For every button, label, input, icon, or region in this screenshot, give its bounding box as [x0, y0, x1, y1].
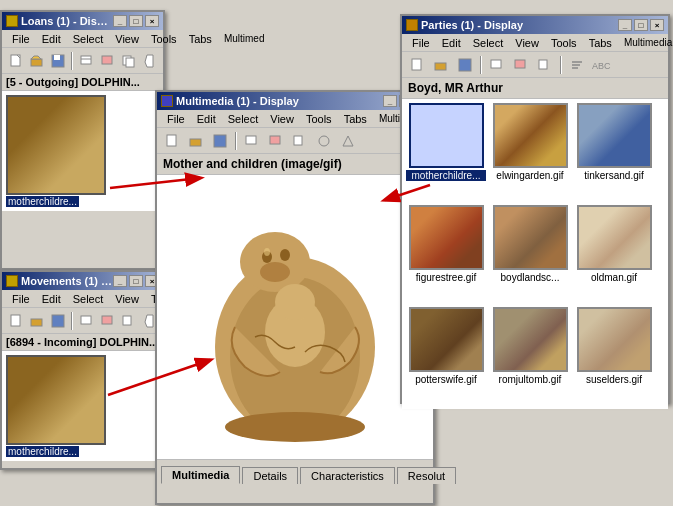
- loans-menu-tools[interactable]: Tools: [145, 31, 183, 47]
- parties-maximize-btn[interactable]: □: [634, 19, 648, 31]
- parties-minimize-btn[interactable]: _: [618, 19, 632, 31]
- multimedia-main-image: [157, 175, 433, 460]
- multimedia-menu-tools[interactable]: Tools: [300, 111, 338, 127]
- parties-thumbnail-grid: motherchildre... elwingarden.gif tinkers…: [402, 99, 668, 409]
- parties-thumb-label-4: boydlandsc...: [490, 272, 570, 283]
- parties-tb-save[interactable]: [454, 55, 476, 75]
- movements-menu-view[interactable]: View: [109, 291, 145, 307]
- loans-menu-file[interactable]: File: [6, 31, 36, 47]
- multimedia-tb-new[interactable]: [161, 131, 183, 151]
- parties-menu-edit[interactable]: Edit: [436, 35, 467, 51]
- parties-close-btn[interactable]: ×: [650, 19, 664, 31]
- movements-maximize-btn[interactable]: □: [129, 275, 143, 287]
- parties-tb-find[interactable]: [486, 55, 508, 75]
- loans-tb-copy[interactable]: [119, 51, 138, 71]
- multimedia-tab-characteristics[interactable]: Characteristics: [300, 467, 395, 484]
- svg-rect-22: [190, 139, 201, 146]
- svg-rect-16: [52, 315, 64, 327]
- multimedia-tb-copy[interactable]: [289, 131, 311, 151]
- multimedia-minimize-btn[interactable]: _: [383, 95, 397, 107]
- parties-thumb-4[interactable]: boydlandsc...: [490, 205, 570, 303]
- parties-thumb-img-4: [493, 205, 568, 270]
- movements-tb-cut[interactable]: [98, 311, 117, 331]
- loans-menu-multimedia[interactable]: Multimed: [218, 31, 271, 46]
- parties-thumb-3[interactable]: figurestree.gif: [406, 205, 486, 303]
- parties-tb-new[interactable]: [406, 55, 428, 75]
- multimedia-tb-cut[interactable]: [265, 131, 287, 151]
- parties-thumb-label-8: suselders.gif: [574, 374, 654, 385]
- multimedia-menu-select[interactable]: Select: [222, 111, 265, 127]
- multimedia-tab-resolut[interactable]: Resolut: [397, 467, 456, 484]
- svg-rect-23: [214, 135, 226, 147]
- movements-menu-edit[interactable]: Edit: [36, 291, 67, 307]
- parties-thumb-2[interactable]: tinkersand.gif: [574, 103, 654, 201]
- loans-close-btn[interactable]: ×: [145, 15, 159, 27]
- parties-tb-copy[interactable]: [534, 55, 556, 75]
- parties-tb-open[interactable]: [430, 55, 452, 75]
- loans-window[interactable]: Loans (1) - Display _ □ × File Edit Sele…: [0, 10, 165, 270]
- loans-tb-cut[interactable]: [98, 51, 117, 71]
- loans-tb-paste[interactable]: [140, 51, 159, 71]
- movements-tb-open[interactable]: [27, 311, 46, 331]
- multimedia-menu-view[interactable]: View: [264, 111, 300, 127]
- loans-minimize-btn[interactable]: _: [113, 15, 127, 27]
- parties-window[interactable]: Parties (1) - Display _ □ × File Edit Se…: [400, 14, 670, 404]
- loans-menu-edit[interactable]: Edit: [36, 31, 67, 47]
- svg-rect-42: [491, 60, 501, 68]
- loans-menu-view[interactable]: View: [109, 31, 145, 47]
- parties-thumb-1[interactable]: elwingarden.gif: [490, 103, 570, 201]
- loans-menu-select[interactable]: Select: [67, 31, 110, 47]
- svg-point-33: [280, 249, 290, 261]
- loans-tb-new[interactable]: [6, 51, 25, 71]
- svg-rect-26: [294, 136, 302, 145]
- multimedia-menu-file[interactable]: File: [161, 111, 191, 127]
- movements-minimize-btn[interactable]: _: [113, 275, 127, 287]
- multimedia-tb-misc1[interactable]: [313, 131, 335, 151]
- multimedia-menu-tabs[interactable]: Tabs: [338, 111, 373, 127]
- movements-menu-file[interactable]: File: [6, 291, 36, 307]
- movements-tb-find[interactable]: [77, 311, 96, 331]
- multimedia-tb-save[interactable]: [209, 131, 231, 151]
- movements-thumbnail-image[interactable]: [6, 355, 106, 445]
- parties-tb-cut[interactable]: [510, 55, 532, 75]
- parties-menu-tabs[interactable]: Tabs: [583, 35, 618, 51]
- multimedia-tab-multimedia[interactable]: Multimedia: [161, 466, 240, 484]
- parties-thumb-label-6: potterswife.gif: [406, 374, 486, 385]
- multimedia-tab-details[interactable]: Details: [242, 467, 298, 484]
- multimedia-tb-open[interactable]: [185, 131, 207, 151]
- svg-marker-20: [145, 315, 153, 327]
- loans-menu-bar: File Edit Select View Tools Tabs Multime…: [2, 30, 163, 48]
- movements-tb-copy[interactable]: [119, 311, 138, 331]
- parties-menu-file[interactable]: File: [406, 35, 436, 51]
- loans-menu-tabs[interactable]: Tabs: [183, 31, 218, 47]
- movements-tb-new[interactable]: [6, 311, 25, 331]
- parties-menu-select[interactable]: Select: [467, 35, 510, 51]
- parties-thumb-6[interactable]: potterswife.gif: [406, 307, 486, 405]
- parties-menu-multimedia[interactable]: Multimedia: [618, 35, 673, 50]
- parties-thumb-7[interactable]: romjultomb.gif: [490, 307, 570, 405]
- multimedia-menu-edit[interactable]: Edit: [191, 111, 222, 127]
- multimedia-window-icon: [161, 95, 173, 107]
- multimedia-tb-misc2[interactable]: [337, 131, 359, 151]
- parties-thumb-8[interactable]: suselders.gif: [574, 307, 654, 405]
- movements-tb-save[interactable]: [48, 311, 67, 331]
- svg-rect-8: [81, 56, 91, 64]
- loans-thumbnail-image[interactable]: [6, 95, 106, 195]
- parties-menu-tools[interactable]: Tools: [545, 35, 583, 51]
- loans-title-bar: Loans (1) - Display _ □ ×: [2, 12, 163, 30]
- multimedia-window[interactable]: Multimedia (1) - Display _ □ × File Edit…: [155, 90, 435, 505]
- movements-menu-select[interactable]: Select: [67, 291, 110, 307]
- movements-window[interactable]: Movements (1) - Display _ □ × File Edit …: [0, 270, 165, 470]
- parties-thumb-0[interactable]: motherchildre...: [406, 103, 486, 201]
- loans-tb-open[interactable]: [27, 51, 46, 71]
- multimedia-tb-find[interactable]: [241, 131, 263, 151]
- parties-thumb-img-8: [577, 307, 652, 372]
- loans-tb-save[interactable]: [48, 51, 67, 71]
- parties-tb-abc[interactable]: ABC: [590, 55, 612, 75]
- parties-menu-view[interactable]: View: [509, 35, 545, 51]
- parties-thumb-5[interactable]: oldman.gif: [574, 205, 654, 303]
- parties-tb-sort[interactable]: [566, 55, 588, 75]
- loans-maximize-btn[interactable]: □: [129, 15, 143, 27]
- loans-thumbnail-label: motherchildre...: [6, 196, 79, 207]
- loans-tb-find[interactable]: [77, 51, 96, 71]
